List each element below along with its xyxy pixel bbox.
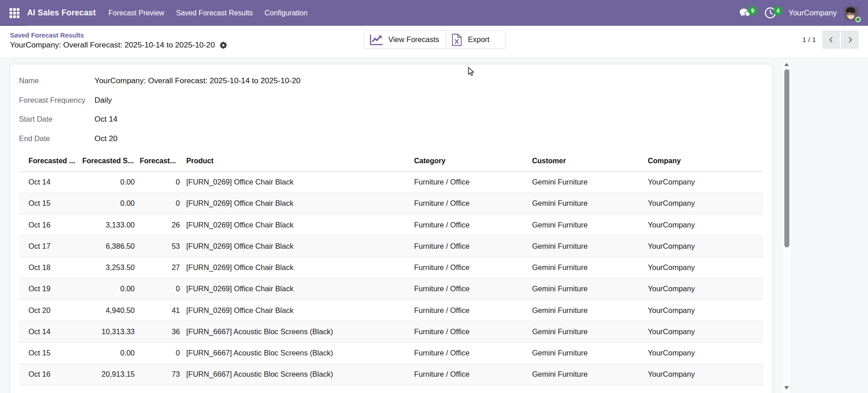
table-cell: Oct 19 [19,278,77,299]
column-header-forecasted-date[interactable]: Forecasted ... [19,151,77,171]
table-cell: Oct 16 [19,364,77,385]
table-cell: 4,940.50 [77,300,139,321]
table-cell: Furniture / Office [412,364,530,385]
table-cell: Furniture / Office [412,278,530,299]
table-cell: YourCompany [646,364,763,385]
table-cell: [FURN_0269] Office Chair Black [184,300,412,321]
table-cell: YourCompany [646,236,763,257]
table-cell: Furniture / Office [412,236,530,257]
table-cell: 0 [139,385,184,393]
table-cell: Oct 15 [19,342,77,364]
table-cell: Oct 14 [19,171,77,193]
table-cell: YourCompany [646,385,763,393]
menu-configuration[interactable]: Configuration [259,0,313,26]
apps-grid-icon [9,8,19,18]
table-cell: Oct 16 [19,214,77,236]
scrollbar-down-arrow[interactable] [783,384,790,391]
breadcrumb[interactable]: Saved Forecast Results [10,32,84,39]
table-cell: [FURN_6667] Acoustic Bloc Screens (Black… [184,321,412,342]
top-menu: Forecast Preview Saved Forecast Results … [103,0,314,26]
table-cell: YourCompany [646,342,763,364]
field-end-date-value[interactable]: Oct 20 [94,134,118,143]
table-row[interactable]: Oct 163,133.0026[FURN_0269] Office Chair… [19,214,763,236]
field-name-value[interactable]: YourCompany: Overall Forecast: 2025-10-1… [94,76,301,85]
table-cell: Gemini Furniture [530,214,646,236]
activities-button[interactable]: 4 [764,7,776,19]
table-row[interactable]: Oct 140.000[FURN_0269] Office Chair Blac… [19,171,763,193]
view-forecasts-label: View Forecasts [388,35,439,44]
export-label: Export [468,35,490,44]
table-cell: Oct 18 [19,257,77,278]
table-cell: 53 [139,236,184,257]
table-cell: 0 [139,278,184,299]
table-cell: Furniture / Office [412,257,530,278]
company-switcher[interactable]: YourCompany [788,9,837,18]
column-header-company[interactable]: Company [646,151,763,171]
pager-next-button[interactable] [841,30,859,49]
field-end-date-label: End Date [19,134,94,143]
line-chart-icon [369,34,383,46]
table-cell: [FURN_0269] Office Chair Black [184,236,412,257]
table-cell: Gemini Furniture [530,385,646,393]
vertical-scrollbar[interactable] [783,59,790,393]
field-forecast-frequency-value[interactable]: Daily [94,95,112,105]
column-header-forecasted-quantity[interactable]: Forecast... [139,151,184,171]
column-header-forecasted-sales[interactable]: Forecasted S... [77,151,139,171]
table-row[interactable]: Oct 204,940.5041[FURN_0269] Office Chair… [19,300,763,321]
table-row[interactable]: Oct 1620,913.1573[FURN_6667] Acoustic Bl… [19,364,763,385]
table-cell: Oct 17 [19,385,77,393]
field-end-date: End Date Oct 20 [19,134,301,143]
table-body: Oct 140.000[FURN_0269] Office Chair Blac… [19,171,763,393]
title-row: YourCompany: Overall Forecast: 2025-10-1… [10,40,227,50]
app-name[interactable]: AI Sales Forecast [27,8,96,18]
chevron-left-icon [827,36,835,44]
pager-previous-button[interactable] [822,30,840,49]
screen: AI Sales Forecast Forecast Preview Saved… [0,0,868,393]
table-row[interactable]: Oct 1410,313.3336[FURN_6667] Acoustic Bl… [19,321,763,342]
table-row[interactable]: Oct 176,386.5053[FURN_0269] Office Chair… [19,236,763,257]
table-cell: Gemini Furniture [530,278,646,299]
messages-button[interactable]: 9 [739,7,751,19]
table-cell: 26 [139,214,184,236]
table-cell: 0 [139,193,184,214]
column-header-product[interactable]: Product [184,151,412,171]
table-cell: Furniture / Office [412,385,530,393]
scrollbar-thumb[interactable] [784,69,789,247]
apps-menu-button[interactable] [9,8,19,18]
scrollbar-up-arrow[interactable] [783,61,790,68]
field-start-date: Start Date Oct 14 [19,114,301,124]
export-button[interactable]: Export [446,31,505,48]
table-cell: 36 [139,321,184,342]
table-cell: 3,253.50 [77,257,139,278]
table-row[interactable]: Oct 170.000[FURN_6667] Acoustic Bloc Scr… [19,385,763,393]
settings-gear-button[interactable] [220,42,227,49]
table-row[interactable]: Oct 183,253.5027[FURN_0269] Office Chair… [19,257,763,278]
table-cell: [FURN_6667] Acoustic Bloc Screens (Black… [184,342,412,364]
table-cell: 41 [139,300,184,321]
menu-saved-forecast-results[interactable]: Saved Forecast Results [170,0,259,26]
menu-forecast-preview[interactable]: Forecast Preview [103,0,170,26]
table-row[interactable]: Oct 190.000[FURN_0269] Office Chair Blac… [19,278,763,299]
table-header-row: Forecasted ... Forecasted S... Forecast.… [19,151,763,171]
user-menu[interactable] [844,6,859,20]
field-start-date-value[interactable]: Oct 14 [94,114,118,124]
table-cell: Gemini Furniture [530,364,646,385]
top-navbar: AI Sales Forecast Forecast Preview Saved… [0,0,868,26]
table-cell: Oct 15 [19,193,77,214]
table-row[interactable]: Oct 150.000[FURN_0269] Office Chair Blac… [19,193,763,214]
table-cell: Furniture / Office [412,321,530,342]
table-cell: Gemini Furniture [530,171,646,193]
record-title: YourCompany: Overall Forecast: 2025-10-1… [10,40,215,50]
table-cell: 10,313.33 [77,321,139,342]
table-row[interactable]: Oct 150.000[FURN_6667] Acoustic Bloc Scr… [19,342,763,364]
table-cell: 20,913.15 [77,364,139,385]
table-cell: Furniture / Office [412,214,530,236]
table-cell: 3,133.00 [77,214,139,236]
column-header-customer[interactable]: Customer [530,151,646,171]
pager-value: 1 / 1 [802,36,816,44]
column-header-category[interactable]: Category [412,151,530,171]
table-cell: 0 [139,342,184,364]
view-forecasts-button[interactable]: View Forecasts [364,31,446,48]
table-cell: 0 [139,171,184,193]
results-table: Forecasted ... Forecasted S... Forecast.… [19,151,763,393]
